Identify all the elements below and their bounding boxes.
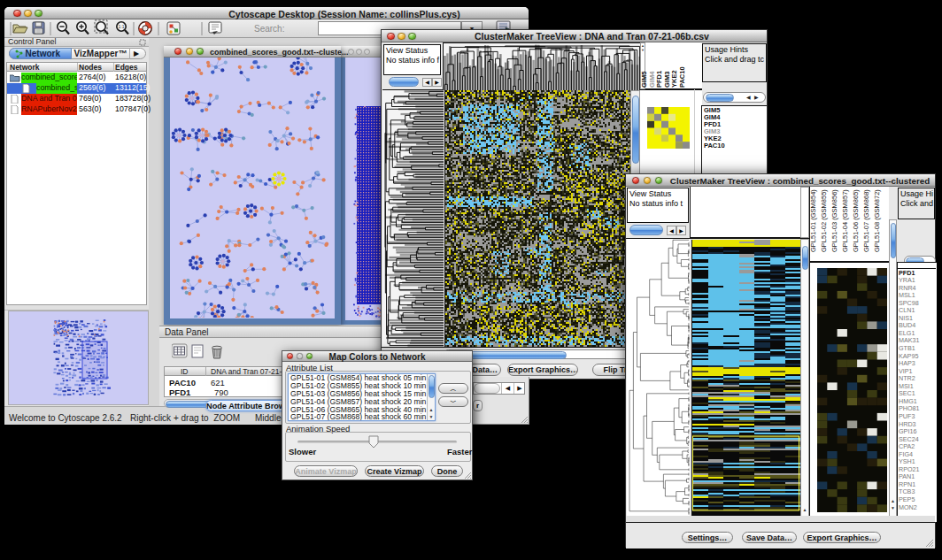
svg-text:1:1: 1:1 [119, 24, 125, 29]
